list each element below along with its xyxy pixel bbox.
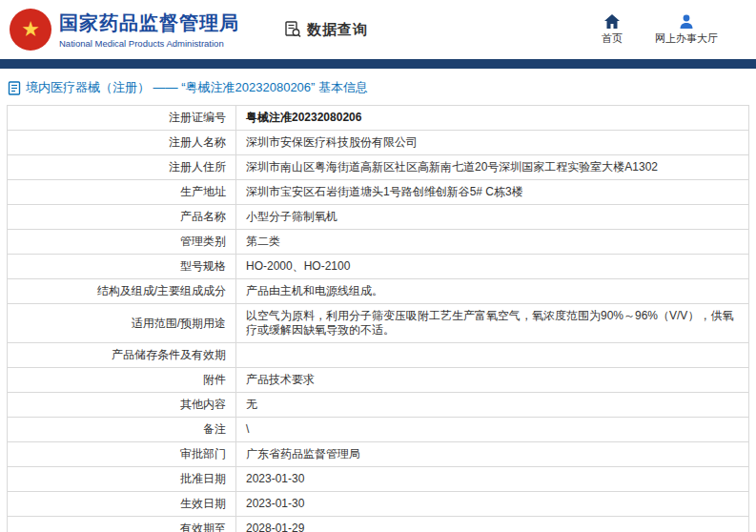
row-value: 深圳市安保医疗科技股份有限公司 (236, 131, 749, 155)
row-value: 深圳市宝安区石岩街道塘头1号路创维创新谷5# C栋3楼 (236, 180, 749, 205)
row-label: 产品名称 (8, 205, 236, 230)
nav-service-hall[interactable]: 网上办事大厅 (655, 14, 718, 46)
row-value: HO-2000、HO-2100 (236, 255, 749, 279)
row-value: 2028-01-29 (236, 517, 749, 532)
emblem-star-icon: ★ (21, 19, 40, 40)
row-value: 以空气为原料，利用分子筛变压吸附工艺生产富氧空气，氧浓度范围为90%～96%（V… (236, 304, 749, 343)
table-row: 注册人名称深圳市安保医疗科技股份有限公司 (8, 131, 749, 155)
row-label: 审批部门 (8, 442, 236, 467)
row-label: 其他内容 (8, 393, 236, 418)
table-row: 结构及组成/主要组成成分产品由主机和电源线组成。 (8, 279, 749, 304)
row-label: 批准日期 (8, 467, 236, 492)
top-header: ★ 国家药品监督管理局 National Medical Products Ad… (0, 0, 756, 59)
row-value: 2023-01-30 (236, 492, 749, 517)
table-row: 产品名称小型分子筛制氧机 (8, 205, 749, 230)
row-value (236, 343, 749, 368)
row-label: 适用范围/预期用途 (8, 304, 236, 343)
table-row: 有效期至2028-01-29 (8, 517, 749, 532)
table-row: 管理类别第二类 (8, 230, 749, 255)
info-table-body: 注册证编号粤械注准20232080206注册人名称深圳市安保医疗科技股份有限公司… (8, 106, 749, 532)
nav-home[interactable]: 首页 (602, 14, 623, 46)
row-label: 生产地址 (8, 180, 236, 205)
table-row: 注册证编号粤械注准20232080206 (8, 106, 749, 131)
document-search-icon (283, 20, 302, 39)
navy-bar (0, 59, 756, 69)
table-row: 生产地址深圳市宝安区石岩街道塘头1号路创维创新谷5# C栋3楼 (8, 180, 749, 205)
row-value: 小型分子筛制氧机 (236, 205, 749, 230)
table-row: 注册人住所深圳市南山区粤海街道高新区社区高新南七道20号深圳国家工程实验室大楼A… (8, 155, 749, 180)
row-label: 管理类别 (8, 230, 236, 255)
row-label: 注册人名称 (8, 131, 236, 155)
row-value: \ (236, 418, 749, 442)
row-label: 生效日期 (8, 492, 236, 517)
agency-title-block: 国家药品监督管理局 National Medical Products Admi… (59, 10, 239, 49)
table-row: 适用范围/预期用途以空气为原料，利用分子筛变压吸附工艺生产富氧空气，氧浓度范围为… (8, 304, 749, 343)
table-row: 批准日期2023-01-30 (8, 467, 749, 492)
page-title: 境内医疗器械（注册） —— “粤械注准20232080206” 基本信息 (26, 79, 368, 96)
row-value: 产品技术要求 (236, 368, 749, 393)
table-row: 附件产品技术要求 (8, 368, 749, 393)
row-label: 注册人住所 (8, 155, 236, 180)
document-icon (8, 81, 21, 95)
row-label: 附件 (8, 368, 236, 393)
home-icon (604, 14, 620, 29)
row-value: 无 (236, 393, 749, 418)
row-label: 有效期至 (8, 517, 236, 532)
row-value: 产品由主机和电源线组成。 (236, 279, 749, 304)
row-label: 结构及组成/主要组成成分 (8, 279, 236, 304)
user-icon (679, 14, 694, 29)
nav-home-label: 首页 (602, 31, 623, 46)
national-emblem-icon: ★ (10, 9, 51, 51)
table-row: 型号规格HO-2000、HO-2100 (8, 255, 749, 279)
row-value: 粤械注准20232080206 (236, 106, 749, 131)
agency-name-en: National Medical Products Administration (59, 38, 239, 49)
registration-info-table: 注册证编号粤械注准20232080206注册人名称深圳市安保医疗科技股份有限公司… (7, 105, 749, 532)
table-row: 生效日期2023-01-30 (8, 492, 749, 517)
row-value: 第二类 (236, 230, 749, 255)
agency-name-cn: 国家药品监督管理局 (59, 10, 239, 36)
row-label: 注册证编号 (8, 106, 236, 131)
data-query-section[interactable]: 数据查询 (283, 20, 368, 39)
row-label: 产品储存条件及有效期 (8, 343, 236, 368)
data-query-label: 数据查询 (307, 21, 368, 39)
table-row: 备注\ (8, 418, 749, 442)
row-value: 深圳市南山区粤海街道高新区社区高新南七道20号深圳国家工程实验室大楼A1302 (236, 155, 749, 180)
top-nav: 首页 网上办事大厅 (602, 14, 743, 46)
nav-service-hall-label: 网上办事大厅 (655, 31, 718, 46)
table-row: 其他内容无 (8, 393, 749, 418)
row-value: 2023-01-30 (236, 467, 749, 492)
table-row: 审批部门广东省药品监督管理局 (8, 442, 749, 467)
row-label: 备注 (8, 418, 236, 442)
page-title-row: 境内医疗器械（注册） —— “粤械注准20232080206” 基本信息 (0, 69, 756, 105)
row-label: 型号规格 (8, 255, 236, 279)
row-value: 广东省药品监督管理局 (236, 442, 749, 467)
table-row: 产品储存条件及有效期 (8, 343, 749, 368)
